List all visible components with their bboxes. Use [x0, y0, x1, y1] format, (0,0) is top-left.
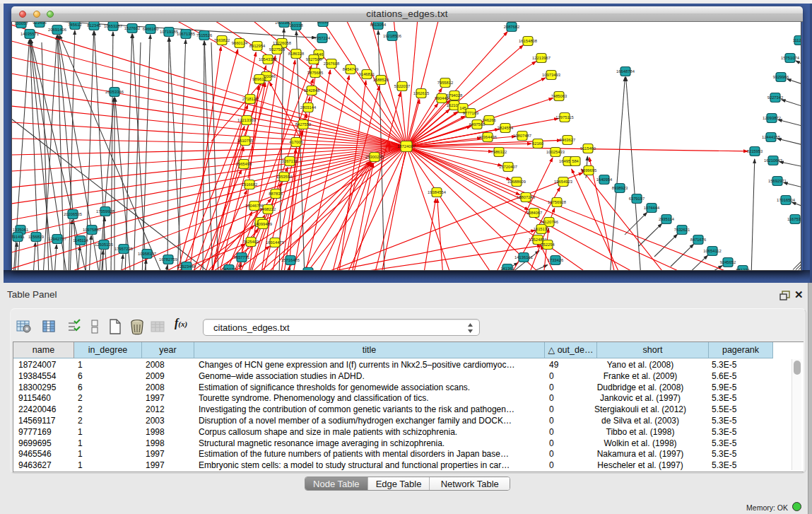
- svg-text:20053346: 20053346: [105, 90, 124, 94]
- svg-text:8813054: 8813054: [370, 23, 387, 27]
- svg-text:62160: 62160: [532, 141, 543, 146]
- svg-text:1733426: 1733426: [548, 258, 564, 262]
- svg-text:19756928: 19756928: [548, 200, 566, 204]
- svg-text:6466160: 6466160: [143, 27, 159, 31]
- svg-text:16120746: 16120746: [540, 220, 558, 224]
- svg-text:17016504: 17016504: [777, 198, 796, 202]
- svg-text:9657771: 9657771: [234, 255, 250, 259]
- svg-text:8454749: 8454749: [343, 67, 359, 71]
- svg-text:10973493: 10973493: [542, 73, 560, 77]
- svg-text:3824554: 3824554: [498, 126, 514, 130]
- svg-text:10025433: 10025433: [546, 150, 565, 154]
- svg-text:252254: 252254: [541, 243, 555, 247]
- svg-text:9227342: 9227342: [767, 95, 784, 100]
- svg-text:145: 145: [459, 106, 466, 110]
- svg-text:7955812: 7955812: [437, 81, 454, 85]
- svg-text:1156819: 1156819: [28, 235, 44, 239]
- svg-text:9115460: 9115460: [580, 146, 596, 151]
- svg-text:1074444: 1074444: [644, 206, 660, 210]
- svg-text:8186328: 8186328: [288, 52, 305, 56]
- svg-text:8912954: 8912954: [249, 44, 266, 48]
- svg-text:1615132: 1615132: [534, 227, 550, 231]
- svg-text:1916682: 1916682: [242, 182, 258, 187]
- svg-text:584: 584: [572, 159, 579, 163]
- svg-text:7515526: 7515526: [196, 33, 213, 37]
- svg-text:1362615: 1362615: [413, 91, 430, 95]
- svg-text:10543382: 10543382: [259, 57, 277, 62]
- svg-text:12923448: 12923448: [177, 264, 196, 269]
- svg-text:1335061: 1335061: [13, 228, 29, 232]
- svg-text:15716485: 15716485: [281, 258, 300, 262]
- svg-text:130057: 130057: [14, 22, 28, 25]
- svg-text:15751074: 15751074: [781, 56, 800, 60]
- svg-text:160338: 160338: [289, 23, 302, 28]
- svg-text:16648784: 16648784: [616, 69, 635, 74]
- svg-text:9463627: 9463627: [560, 138, 576, 142]
- svg-text:1965498: 1965498: [236, 162, 252, 166]
- svg-text:1640954: 1640954: [596, 177, 613, 182]
- svg-text:887835: 887835: [269, 192, 282, 196]
- svg-text:745612: 745612: [68, 23, 81, 27]
- svg-text:2803144: 2803144: [300, 105, 317, 110]
- svg-text:7625402: 7625402: [243, 240, 259, 244]
- svg-text:10671385: 10671385: [177, 32, 195, 36]
- svg-text:14136141: 14136141: [514, 255, 533, 259]
- svg-text:12505135: 12505135: [95, 243, 113, 247]
- svg-text:8938923: 8938923: [612, 186, 628, 190]
- svg-text:17957225: 17957225: [114, 247, 133, 251]
- svg-text:9699695: 9699695: [581, 168, 597, 173]
- svg-text:18807249: 18807249: [517, 195, 535, 199]
- svg-text:10958107: 10958107: [138, 252, 156, 256]
- svg-text:16782759: 16782759: [159, 257, 177, 262]
- svg-text:9327508: 9327508: [306, 57, 322, 62]
- svg-text:12093872: 12093872: [763, 116, 781, 120]
- svg-text:20364436: 20364436: [478, 135, 497, 139]
- svg-text:88130: 88130: [317, 22, 329, 24]
- svg-text:10975867: 10975867: [83, 228, 101, 232]
- svg-text:20206535: 20206535: [64, 212, 82, 216]
- svg-text:25300235: 25300235: [365, 155, 384, 159]
- svg-text:9327509: 9327509: [269, 47, 286, 52]
- svg-text:14099489: 14099489: [254, 222, 272, 226]
- svg-text:20691406: 20691406: [48, 28, 66, 32]
- svg-text:18724007: 18724007: [397, 144, 416, 148]
- svg-text:12444155: 12444155: [762, 135, 780, 139]
- svg-text:9245652: 9245652: [720, 260, 736, 264]
- svg-text:923456: 923456: [33, 22, 46, 25]
- svg-text:12213369: 12213369: [237, 118, 256, 122]
- svg-text:111238: 111238: [793, 38, 801, 42]
- svg-text:9084067: 9084067: [526, 211, 543, 215]
- svg-text:9146821: 9146821: [359, 72, 375, 76]
- svg-text:881234: 881234: [736, 268, 750, 270]
- svg-text:7485063: 7485063: [551, 94, 567, 98]
- svg-text:10653287: 10653287: [104, 24, 122, 28]
- svg-text:15692971: 15692971: [768, 179, 787, 183]
- svg-text:7663822: 7663822: [214, 38, 230, 42]
- svg-text:2087682: 2087682: [504, 25, 520, 29]
- svg-text:5322037: 5322037: [394, 84, 411, 88]
- svg-text:1353594: 1353594: [276, 175, 293, 179]
- svg-text:746266: 746266: [482, 118, 495, 122]
- svg-text:12213967: 12213967: [532, 56, 551, 60]
- svg-text:10654112: 10654112: [703, 249, 721, 253]
- svg-text:8471676: 8471676: [690, 238, 707, 242]
- svg-text:5498222: 5498222: [260, 207, 276, 211]
- svg-text:989612: 989612: [252, 77, 266, 81]
- svg-text:945077: 945077: [222, 267, 235, 270]
- svg-text:2935114: 2935114: [659, 217, 675, 221]
- svg-text:8427552: 8427552: [295, 122, 312, 127]
- svg-text:14035571: 14035571: [20, 32, 39, 36]
- svg-text:19218506: 19218506: [383, 34, 401, 38]
- svg-text:7357224: 7357224: [314, 36, 331, 40]
- svg-text:1610755: 1610755: [237, 139, 254, 143]
- svg-text:8215953: 8215953: [747, 149, 763, 153]
- svg-text:7632621: 7632621: [674, 228, 690, 232]
- svg-text:16914479: 16914479: [266, 240, 284, 245]
- svg-text:812345: 812345: [87, 23, 100, 28]
- svg-text:10688609: 10688609: [507, 180, 526, 184]
- svg-text:417006: 417006: [289, 140, 302, 144]
- svg-text:17359928: 17359928: [96, 209, 114, 214]
- svg-text:1167533: 1167533: [787, 217, 801, 221]
- svg-text:2718126: 2718126: [242, 97, 259, 101]
- svg-text:9777169: 9777169: [463, 111, 479, 115]
